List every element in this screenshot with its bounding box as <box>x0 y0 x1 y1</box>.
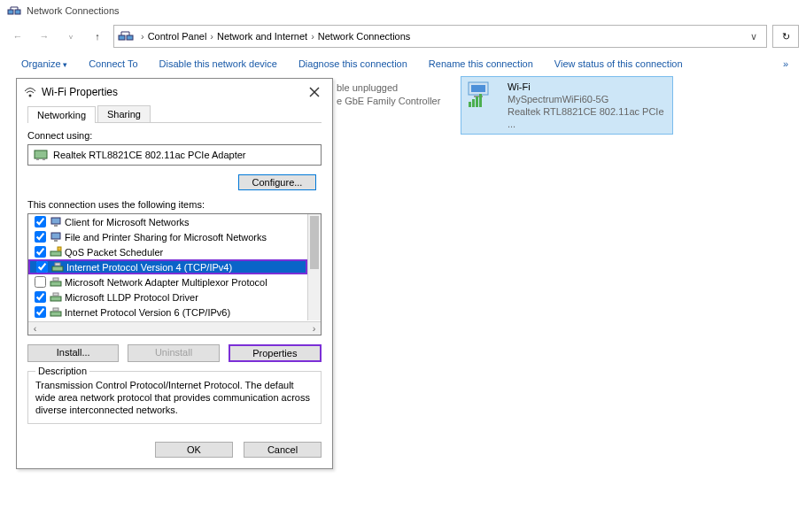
item-checkbox[interactable] <box>35 246 46 258</box>
ethernet-adapter-partial: ble unplugged e GbE Family Controller <box>337 81 440 108</box>
close-icon <box>309 87 320 97</box>
client-icon <box>50 216 62 228</box>
connection-item[interactable]: File and Printer Sharing for Microsoft N… <box>28 229 307 244</box>
properties-button[interactable]: Properties <box>229 344 322 362</box>
svg-rect-34 <box>53 293 58 296</box>
dialog-titlebar[interactable]: Wi-Fi Properties <box>17 79 332 105</box>
forward-button[interactable]: → <box>34 26 55 47</box>
connect-using-label: Connect using: <box>27 130 322 141</box>
svg-rect-32 <box>53 278 58 281</box>
wifi-adapter-item[interactable]: Wi-Fi MySpectrumWiFi60-5G Realtek RTL882… <box>461 76 673 135</box>
description-legend: Description <box>35 366 89 376</box>
connection-item[interactable]: Microsoft Network Adapter Multiplexor Pr… <box>28 274 307 289</box>
rename-button[interactable]: Rename this connection <box>418 57 544 71</box>
horizontal-scrollbar[interactable]: ‹ › <box>28 321 321 335</box>
proto-icon <box>50 276 62 289</box>
close-button[interactable] <box>304 83 325 101</box>
install-button[interactable]: Install... <box>27 344 119 362</box>
window-title-bar: Network Connections <box>0 0 806 21</box>
svg-rect-30 <box>55 263 60 266</box>
item-label: QoS Packet Scheduler <box>65 247 163 258</box>
wifi-properties-dialog: Wi-Fi Properties Networking Sharing Conn… <box>16 78 333 469</box>
item-checkbox[interactable] <box>35 276 46 288</box>
cancel-button[interactable]: Cancel <box>244 442 322 458</box>
connect-to-button[interactable]: Connect To <box>78 57 148 71</box>
breadcrumb-item[interactable]: Network Connections <box>318 31 411 42</box>
nic-icon <box>34 149 48 161</box>
adapter-ssid: MySpectrumWiFi60-5G <box>508 93 669 105</box>
connection-item[interactable]: Microsoft LLDP Protocol Driver <box>28 289 307 305</box>
svg-rect-31 <box>50 281 61 286</box>
item-label: File and Printer Sharing for Microsoft N… <box>65 232 267 243</box>
more-commands-chevron[interactable]: » <box>776 57 795 71</box>
breadcrumb-dropdown[interactable]: ∨ <box>745 31 763 42</box>
adapter-nic: Realtek RTL8821CE 802.11ac PCIe ... <box>508 105 669 130</box>
breadcrumb-sep: › <box>141 31 144 42</box>
adapter-field[interactable]: Realtek RTL8821CE 802.11ac PCIe Adapter <box>27 144 322 166</box>
svg-rect-5 <box>119 35 125 40</box>
item-checkbox[interactable] <box>35 231 46 243</box>
item-checkbox[interactable] <box>35 306 46 318</box>
svg-rect-23 <box>51 218 60 224</box>
connection-item[interactable]: Client for Microsoft Networks <box>28 214 307 229</box>
svg-rect-21 <box>36 158 39 160</box>
scroll-left-icon[interactable]: ‹ <box>28 323 42 334</box>
configure-button[interactable]: Configure... <box>238 174 316 190</box>
tab-networking[interactable]: Networking <box>27 106 96 123</box>
svg-rect-22 <box>43 158 45 160</box>
item-checkbox[interactable] <box>35 291 46 303</box>
svg-rect-14 <box>472 99 475 107</box>
vertical-scrollbar[interactable] <box>307 214 321 320</box>
wifi-adapter-icon <box>465 81 500 109</box>
item-label: Internet Protocol Version 4 (TCP/IPv4) <box>66 262 232 273</box>
item-checkbox[interactable] <box>35 216 46 227</box>
description-text: Transmission Control Protocol/Internet P… <box>35 379 314 416</box>
items-label: This connection uses the following items… <box>27 199 322 210</box>
adapter-name: Wi-Fi <box>508 81 669 93</box>
svg-rect-36 <box>53 308 58 311</box>
connection-item[interactable]: Internet Protocol Version 6 (TCP/IPv6) <box>28 305 307 320</box>
tab-sharing[interactable]: Sharing <box>97 105 151 122</box>
description-groupbox: Description Transmission Control Protoco… <box>27 371 322 424</box>
share-icon <box>50 231 62 243</box>
proto-icon <box>51 261 64 274</box>
breadcrumb-sep: › <box>311 31 314 42</box>
svg-rect-13 <box>469 102 471 107</box>
connection-item[interactable]: QoS Packet Scheduler <box>28 244 307 259</box>
scroll-right-icon[interactable]: › <box>307 323 321 334</box>
disable-device-button[interactable]: Disable this network device <box>149 57 288 71</box>
command-bar: Organize Connect To Disable this network… <box>0 51 806 76</box>
svg-rect-25 <box>51 233 60 239</box>
uninstall-button: Uninstall <box>128 344 219 362</box>
svg-rect-24 <box>54 225 58 227</box>
breadcrumb-trail[interactable]: › Control Panel › Network and Internet ›… <box>113 25 767 48</box>
proto-icon <box>50 291 62 304</box>
connection-item[interactable]: Internet Protocol Version 4 (TCP/IPv4) <box>28 259 307 274</box>
svg-rect-29 <box>52 266 63 271</box>
svg-rect-11 <box>471 85 485 92</box>
network-connections-icon <box>118 28 134 44</box>
breadcrumb-sep: › <box>210 31 213 42</box>
organize-menu[interactable]: Organize <box>11 57 78 71</box>
item-label: Internet Protocol Version 6 (TCP/IPv6) <box>65 307 230 318</box>
svg-rect-35 <box>50 312 61 316</box>
breadcrumb-item[interactable]: Control Panel <box>148 31 207 42</box>
connection-items-list[interactable]: Client for Microsoft NetworksFile and Pr… <box>27 213 322 335</box>
svg-rect-26 <box>54 240 58 242</box>
item-checkbox[interactable] <box>36 261 48 273</box>
back-button[interactable]: ← <box>7 26 28 47</box>
svg-rect-16 <box>479 94 482 107</box>
refresh-button[interactable]: ↻ <box>772 25 799 48</box>
svg-rect-0 <box>8 10 13 14</box>
item-label: Microsoft LLDP Protocol Driver <box>65 292 198 303</box>
diagnose-button[interactable]: Diagnose this connection <box>288 57 418 71</box>
svg-rect-28 <box>58 247 61 251</box>
dialog-title: Wi-Fi Properties <box>42 86 118 98</box>
up-button[interactable]: ↑ <box>87 26 108 47</box>
svg-rect-1 <box>15 10 20 14</box>
breadcrumb-item[interactable]: Network and Internet <box>217 31 307 42</box>
recent-dropdown[interactable]: v <box>60 26 81 47</box>
ok-button[interactable]: OK <box>155 442 233 458</box>
view-status-button[interactable]: View status of this connection <box>544 57 694 71</box>
svg-point-17 <box>29 95 32 97</box>
